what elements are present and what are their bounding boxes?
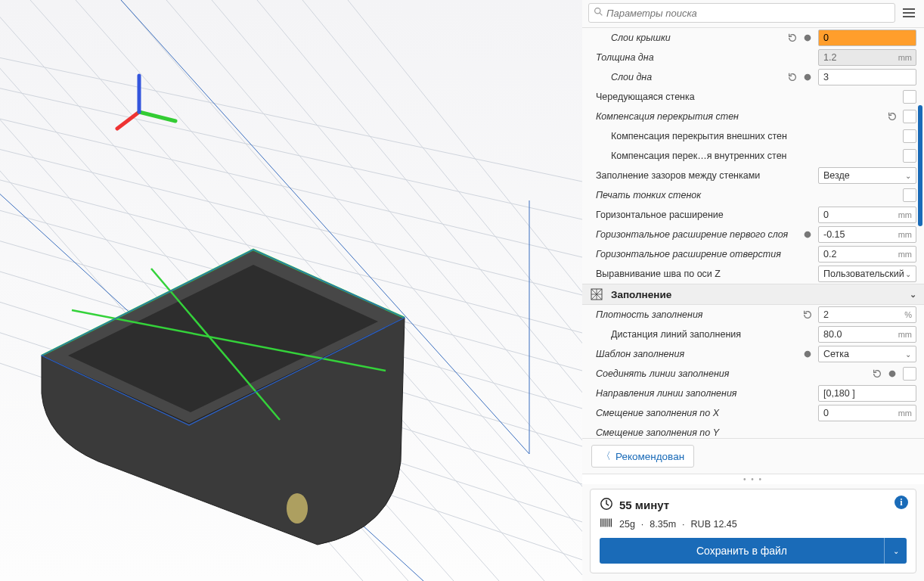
- svg-point-31: [595, 8, 600, 14]
- setting-gap-fill: Заполнение зазоров между стенками Везде⌄: [582, 166, 924, 185]
- setting-top-layers: Слои крышки: [582, 28, 924, 48]
- chevron-down-icon: ⌄: [905, 172, 911, 180]
- chevron-down-icon: ⌄: [905, 270, 911, 278]
- print-mass: 25g: [619, 519, 635, 530]
- infill-density-input[interactable]: [818, 306, 916, 323]
- setting-infill-line-distance: Дистанция линий заполнения mm: [582, 325, 924, 344]
- print-cost: RUB 12.45: [691, 519, 737, 530]
- svg-point-35: [805, 231, 811, 238]
- viewport-3d[interactable]: [0, 0, 582, 581]
- thin-walls-checkbox[interactable]: [903, 188, 916, 202]
- outer-overlap-checkbox[interactable]: [903, 129, 916, 143]
- svg-line-1: [0, 83, 582, 219]
- link-icon[interactable]: [802, 228, 814, 241]
- print-time: 55 минут: [619, 499, 669, 511]
- svg-line-0: [0, 53, 582, 182]
- setting-h-expansion-hole: Горизонтальное расширение отверстия mm: [582, 244, 924, 264]
- setting-infill-offset-y: Смещение заполнения по Y: [582, 423, 924, 438]
- svg-point-37: [805, 351, 811, 358]
- chevron-left-icon: 〈: [601, 449, 611, 463]
- link-icon[interactable]: [886, 368, 898, 380]
- inner-overlap-checkbox[interactable]: [903, 149, 916, 163]
- svg-point-38: [889, 371, 896, 377]
- top-layers-input[interactable]: [818, 30, 916, 46]
- setting-alternate-wall: Чередующаяся стенка: [582, 87, 924, 107]
- infill-icon: [590, 287, 603, 301]
- setting-infill-offset-x: Смещение заполнения по X mm: [582, 403, 924, 423]
- save-to-file-button[interactable]: Сохранить в файл ⌄: [600, 538, 907, 564]
- settings-menu-button[interactable]: [900, 4, 918, 22]
- unit-label: mm: [898, 330, 912, 339]
- chevron-down-icon: ⌄: [910, 290, 916, 300]
- setting-inner-overlap: Компенсация перек…я внутренних стен: [582, 146, 924, 166]
- unit-label: mm: [898, 230, 912, 239]
- svg-point-33: [805, 35, 811, 42]
- setting-infill-directions: Направления линии заполнения: [582, 384, 924, 403]
- setting-h-expansion-first: Горизонтальное расширение первого слоя m…: [582, 225, 924, 244]
- reset-icon[interactable]: [786, 32, 798, 44]
- settings-list[interactable]: Слои крышки Толщина дна mm Слои дна Чере…: [582, 27, 924, 438]
- reset-icon[interactable]: [886, 110, 898, 123]
- save-dropdown-toggle[interactable]: ⌄: [884, 538, 907, 564]
- link-icon[interactable]: [802, 348, 814, 360]
- infill-directions-input[interactable]: [818, 385, 916, 402]
- wall-overlap-checkbox[interactable]: [903, 110, 916, 123]
- setting-connect-infill: Соединять линии заполнения: [582, 364, 924, 384]
- unit-label: mm: [898, 250, 912, 259]
- z-seam-select[interactable]: Пользовательский⌄: [818, 266, 916, 282]
- settings-panel: Слои крышки Толщина дна mm Слои дна Чере…: [582, 0, 924, 581]
- unit-label: mm: [898, 409, 912, 418]
- panel-resize-handle[interactable]: • • •: [582, 474, 924, 484]
- search-icon: [594, 7, 603, 19]
- svg-line-26: [117, 112, 139, 129]
- print-info-box: i 55 минут 25g · 8.35m · RUB 12.45 Сохра…: [590, 489, 916, 573]
- search-box[interactable]: [588, 3, 895, 23]
- setting-infill-pattern: Шаблон заполнения Сетка⌄: [582, 344, 924, 364]
- scrollbar-thumb[interactable]: [918, 105, 922, 226]
- reset-icon[interactable]: [802, 309, 814, 321]
- unit-label: %: [904, 310, 912, 319]
- seam-indicator: [287, 493, 308, 524]
- svg-line-27: [139, 112, 175, 121]
- alternate-wall-checkbox[interactable]: [903, 90, 916, 104]
- clock-icon: [600, 497, 613, 513]
- reset-icon[interactable]: [786, 71, 798, 83]
- link-icon[interactable]: [802, 71, 814, 83]
- svg-line-32: [600, 13, 602, 15]
- setting-h-expansion: Горизонтальное расширение mm: [582, 205, 924, 225]
- setting-z-seam: Выравнивание шва по оси Z Пользовательск…: [582, 264, 924, 284]
- setting-thin-walls: Печать тонких стенок: [582, 185, 924, 205]
- axis-gizmo: [117, 76, 175, 129]
- setting-bottom-thickness: Толщина дна mm: [582, 48, 924, 67]
- chevron-down-icon: ⌄: [905, 350, 911, 359]
- setting-bottom-layers: Слои дна: [582, 67, 924, 87]
- bottom-layers-input[interactable]: [818, 69, 916, 85]
- info-icon[interactable]: i: [895, 496, 908, 509]
- infill-pattern-select[interactable]: Сетка⌄: [818, 346, 916, 362]
- setting-outer-overlap: Компенсация перекрытия внешних стен: [582, 126, 924, 146]
- section-infill[interactable]: Заполнение ⌄: [582, 284, 924, 305]
- search-input[interactable]: [606, 8, 890, 19]
- unit-label: mm: [898, 210, 912, 219]
- filament-icon: [600, 517, 613, 530]
- setting-wall-overlap: Компенсация перекрытия стен: [582, 107, 924, 126]
- connect-infill-checkbox[interactable]: [903, 367, 916, 381]
- unit-label: mm: [898, 53, 912, 62]
- link-icon[interactable]: [802, 32, 814, 44]
- svg-point-34: [805, 74, 811, 81]
- setting-infill-density: Плотность заполнения %: [582, 305, 924, 325]
- reset-icon[interactable]: [871, 368, 883, 380]
- model-preview[interactable]: [42, 250, 405, 545]
- gap-fill-select[interactable]: Везде⌄: [818, 167, 916, 184]
- recommended-mode-button[interactable]: 〈 Рекомендован: [591, 445, 694, 468]
- print-length: 8.35m: [650, 519, 676, 530]
